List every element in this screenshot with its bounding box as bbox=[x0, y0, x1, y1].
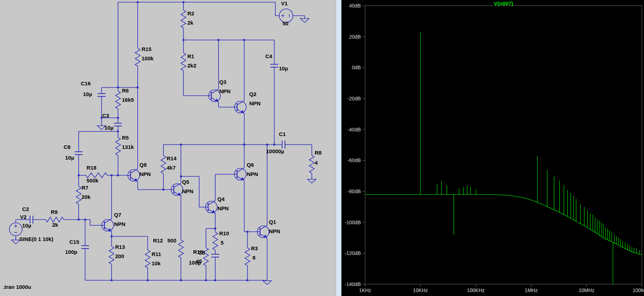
x-tick-label[interactable]: 100KHz bbox=[467, 287, 485, 293]
label-Q5-type[interactable]: NPN bbox=[182, 189, 193, 194]
label-Q8-type[interactable]: NPN bbox=[139, 171, 151, 177]
label-Q7-type[interactable]: NPN bbox=[114, 221, 126, 227]
label-V1-name[interactable]: V1 bbox=[281, 1, 287, 6]
y-tick-label[interactable]: -80dB bbox=[348, 189, 361, 194]
label-R3-name[interactable]: R3 bbox=[251, 246, 258, 251]
label-R18-name[interactable]: R18 bbox=[87, 165, 97, 171]
label-R9-name[interactable]: R9 bbox=[51, 209, 58, 215]
label-R11-name[interactable]: R11 bbox=[152, 251, 161, 257]
label-C2-value[interactable]: 10µ bbox=[22, 223, 31, 229]
label-R15-name[interactable]: R15 bbox=[142, 46, 152, 52]
panel-splitter[interactable] bbox=[336, 0, 341, 296]
plot-axes[interactable]: 40dB20dB0dB-20dB-40dB-60dB-80dB-100dB-12… bbox=[345, 3, 644, 293]
label-R10-name[interactable]: R10 bbox=[219, 231, 229, 236]
y-tick-label[interactable]: -140dB bbox=[345, 281, 361, 287]
label-R14-value[interactable]: 4k7 bbox=[167, 165, 176, 171]
y-tick-label[interactable]: 40dB bbox=[349, 3, 361, 9]
y-tick-label[interactable]: -100dB bbox=[345, 220, 361, 225]
label-C3-value[interactable]: 10µ bbox=[104, 125, 113, 131]
x-tick-label[interactable]: 100MHz bbox=[633, 287, 644, 293]
label-C5-value[interactable]: 100µ bbox=[189, 260, 201, 266]
label-Q6-name[interactable]: Q6 bbox=[247, 162, 254, 168]
label-R3-value[interactable]: 8 bbox=[252, 255, 255, 261]
label-Q1-type[interactable]: NPN bbox=[269, 229, 280, 234]
label-Q2-name[interactable]: Q2 bbox=[249, 91, 256, 97]
y-tick-label[interactable]: 0dB bbox=[352, 65, 361, 70]
label-R7-value[interactable]: 20k bbox=[82, 194, 90, 200]
label-R11-value[interactable]: 10k bbox=[152, 261, 161, 266]
y-tick-label[interactable]: -20dB bbox=[348, 96, 361, 101]
schematic-canvas[interactable] bbox=[0, 0, 336, 296]
label-Q5-name[interactable]: Q5 bbox=[182, 179, 189, 185]
label-R12-value[interactable]: 500 bbox=[167, 238, 176, 244]
y-tick-label[interactable]: -60dB bbox=[348, 157, 361, 163]
label-R6-value[interactable]: 16k5 bbox=[122, 97, 134, 103]
x-tick-label[interactable]: 10KHz bbox=[413, 287, 428, 293]
label-C8-name[interactable]: C8 bbox=[64, 144, 70, 150]
waveform-panel[interactable]: V(n007) 40dB20dB0dB-20dB-40dB-60dB-80dB-… bbox=[341, 0, 644, 296]
label-R13-value[interactable]: 200 bbox=[115, 254, 124, 259]
label-R2-value[interactable]: 2k bbox=[187, 20, 193, 26]
label-Q6-type[interactable]: NPN bbox=[247, 171, 258, 177]
label-C4-name[interactable]: C4 bbox=[265, 54, 272, 59]
label-R15-value[interactable]: 100k bbox=[142, 56, 153, 61]
label-R1-value[interactable]: 2k2 bbox=[187, 63, 196, 69]
label-Q4-type[interactable]: NPN bbox=[217, 206, 229, 211]
trace-label[interactable]: V(n007) bbox=[365, 0, 642, 6]
label-C1-value[interactable]: 10000µ bbox=[266, 149, 284, 154]
label-R14-name[interactable]: R14 bbox=[167, 156, 177, 161]
label-V1-value[interactable]: 50 bbox=[282, 21, 289, 26]
label-Q4-name[interactable]: Q4 bbox=[217, 196, 225, 202]
label-R5-value[interactable]: 131k bbox=[122, 144, 134, 150]
label-C4-value[interactable]: 10µ bbox=[279, 66, 288, 71]
y-tick-label[interactable]: -120dB bbox=[345, 250, 361, 256]
schematic-wires bbox=[16, 2, 312, 280]
label-V2-value[interactable]: SINE(0 1 10k) bbox=[19, 236, 53, 242]
x-tick-label[interactable]: 1MHz bbox=[525, 287, 538, 293]
fft-trace bbox=[365, 32, 642, 284]
label-V2-name[interactable]: V2 bbox=[20, 214, 26, 220]
label-R7-name[interactable]: R7 bbox=[82, 185, 88, 191]
schematic-panel[interactable]: V150R22kR15100kR12k2C410µC1610µR616k5Q3N… bbox=[0, 0, 336, 296]
waveform-canvas[interactable]: 40dB20dB0dB-20dB-40dB-60dB-80dB-100dB-12… bbox=[341, 0, 644, 296]
label-Q8-name[interactable]: Q8 bbox=[139, 162, 147, 168]
label-Q3-name[interactable]: Q3 bbox=[219, 79, 226, 85]
label-C3-name[interactable]: C3 bbox=[102, 113, 109, 119]
label-directive-tran[interactable]: .tran 1000u bbox=[3, 284, 31, 290]
label-R5-name[interactable]: R5 bbox=[122, 135, 129, 141]
label-Q3-type[interactable]: NPN bbox=[219, 89, 231, 94]
label-C16-value[interactable]: 10µ bbox=[83, 91, 92, 97]
label-R12-name[interactable]: R12 bbox=[153, 238, 163, 244]
label-R18-value[interactable]: 500k bbox=[87, 178, 98, 184]
label-R13-name[interactable]: R13 bbox=[115, 244, 125, 250]
y-tick-label[interactable]: 20dB bbox=[349, 34, 361, 40]
label-Q2-type[interactable]: NPN bbox=[249, 101, 261, 106]
label-C2-name[interactable]: C2 bbox=[22, 206, 29, 212]
label-R1-name[interactable]: R1 bbox=[187, 54, 194, 59]
label-R10-value[interactable]: 5 bbox=[221, 240, 223, 246]
label-R9-value[interactable]: 2k bbox=[52, 222, 58, 228]
y-tick-label[interactable]: -40dB bbox=[348, 127, 361, 132]
label-C5-name[interactable]: C5 bbox=[198, 250, 205, 256]
label-R6-name[interactable]: R6 bbox=[122, 88, 129, 94]
label-C16-name[interactable]: C16 bbox=[81, 81, 91, 86]
x-tick-label[interactable]: 10MHz bbox=[579, 287, 594, 293]
label-C15-name[interactable]: C15 bbox=[69, 239, 79, 245]
label-R2-name[interactable]: R2 bbox=[187, 11, 194, 16]
label-C1-name[interactable]: C1 bbox=[279, 131, 286, 137]
label-C8-value[interactable]: 10µ bbox=[65, 155, 74, 161]
label-Q1-name[interactable]: Q1 bbox=[269, 219, 276, 225]
label-C15-value[interactable]: 100p bbox=[65, 249, 77, 255]
label-R8-name[interactable]: R8 bbox=[315, 150, 321, 156]
ltspice-window: V150R22kR15100kR12k2C410µC1610µR616k5Q3N… bbox=[0, 0, 644, 296]
label-Q7-name[interactable]: Q7 bbox=[114, 212, 121, 218]
label-R8-value[interactable]: 4 bbox=[315, 160, 318, 166]
x-tick-label[interactable]: 1KHz bbox=[359, 287, 371, 293]
